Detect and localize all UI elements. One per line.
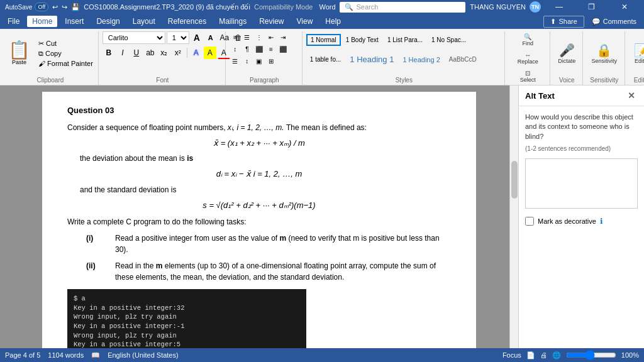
redo-icon[interactable]: ↪	[62, 3, 67, 11]
indent-decrease-button[interactable]: ⇤	[265, 31, 277, 43]
formatting-row: B I U ab x₂ x² A A A	[103, 47, 230, 59]
scrollbar-thumb[interactable]	[511, 161, 518, 199]
panel-close-button[interactable]: ✕	[625, 89, 638, 102]
grow-font-button[interactable]: A	[191, 31, 203, 44]
numbering-button[interactable]: ☰	[242, 31, 253, 43]
italic-button[interactable]: I	[116, 47, 129, 59]
deviation-formula: dᵢ = xᵢ − x̄ i = 1, 2, …, m	[67, 168, 451, 180]
font-label: Font	[103, 75, 223, 84]
align-right-button[interactable]: ⬛	[277, 43, 289, 55]
style-normal[interactable]: 1 Normal	[306, 34, 341, 46]
menu-review[interactable]: Review	[254, 16, 289, 27]
sensitivity-button[interactable]: 🔒 Sensitivity	[589, 41, 621, 66]
justify-button[interactable]: ☰	[230, 55, 241, 67]
menu-mailings[interactable]: Mailings	[214, 16, 252, 27]
view-web-icon[interactable]: 🌐	[552, 351, 561, 359]
view-print-icon[interactable]: 🖨	[540, 351, 547, 359]
shrink-font-button[interactable]: A	[204, 31, 217, 44]
share-button[interactable]: ⬆ Share	[543, 16, 584, 28]
strikethrough-button[interactable]: ab	[144, 47, 157, 59]
menu-file[interactable]: File	[3, 16, 25, 27]
bold-button[interactable]: B	[103, 47, 115, 59]
style-list-para[interactable]: 1 List Para...	[384, 34, 426, 46]
cut-icon: ✂	[38, 40, 44, 47]
document-area: Question 03 Consider a sequence of float…	[0, 85, 518, 348]
dictate-button[interactable]: 🎤 Dictate	[555, 41, 579, 66]
menu-design[interactable]: Design	[91, 16, 125, 27]
task-item-1: (i) Read a positive integer from user as…	[86, 233, 451, 255]
mark-decorative-checkbox[interactable]	[525, 217, 534, 226]
menu-references[interactable]: References	[163, 16, 211, 27]
autosave-state[interactable]: Off	[35, 3, 48, 11]
mark-decorative-label: Mark as decorative	[538, 217, 596, 225]
title-bar-left: AutoSave Off ↩ ↪ 💾 COS10008.Assignment2.…	[5, 3, 336, 11]
indent-increase-button[interactable]: ⇥	[277, 31, 289, 43]
menu-home[interactable]: Home	[27, 16, 57, 27]
align-center-button[interactable]: ≡	[265, 43, 277, 55]
status-left: Page 4 of 5 1104 words 📖 English (United…	[5, 351, 179, 359]
autosave-toggle[interactable]: AutoSave Off	[5, 3, 48, 11]
cut-button[interactable]: ✂ Cut	[36, 39, 96, 48]
multilevel-button[interactable]: ⋮	[253, 31, 265, 43]
bullets-button[interactable]: ≡	[230, 31, 241, 43]
view-read-icon[interactable]: 📄	[526, 351, 535, 359]
menu-help[interactable]: Help	[320, 16, 346, 27]
font-size-select[interactable]: 12	[167, 31, 189, 44]
info-icon[interactable]: ℹ	[600, 217, 603, 226]
find-button[interactable]: 🔍 Find	[518, 31, 538, 48]
underline-button[interactable]: U	[130, 47, 143, 59]
comments-button[interactable]: 💬 Comments	[587, 16, 641, 27]
subscript-button[interactable]: x₂	[158, 47, 170, 59]
language[interactable]: English (United States)	[108, 351, 179, 359]
save-icon[interactable]: 💾	[71, 3, 80, 11]
menu-layout[interactable]: Layout	[128, 16, 160, 27]
word-count: 1104 words	[48, 351, 84, 359]
borders-button[interactable]: ⊞	[265, 55, 277, 67]
show-marks-button[interactable]: ¶	[242, 43, 253, 55]
style-table[interactable]: 1 table fo...	[306, 53, 345, 65]
panel-description: How would you describe this object and i…	[525, 112, 638, 141]
document-scrollbar[interactable]	[509, 85, 518, 348]
panel-title: Alt Text	[525, 91, 555, 101]
title-search[interactable]: 🔍 Search	[340, 2, 465, 13]
sort-button[interactable]: ↕	[230, 43, 241, 55]
style-heading2v[interactable]: AaBbCcD	[445, 53, 480, 65]
minimize-button[interactable]: —	[545, 0, 574, 14]
compatibility-mode: Compatibility Mode	[254, 3, 313, 11]
style-heading2[interactable]: 1 Heading 2	[399, 53, 443, 66]
question-title: Question 03	[67, 104, 451, 117]
style-heading1[interactable]: 1 Heading 1	[346, 52, 397, 67]
font-name-select[interactable]: Carlito	[103, 31, 165, 44]
replace-button[interactable]: ↔ Replace	[514, 50, 541, 67]
menu-view[interactable]: View	[292, 16, 318, 27]
align-left-button[interactable]: ⬛	[253, 43, 265, 55]
highlight-button[interactable]: A	[204, 47, 216, 59]
superscript-button[interactable]: x²	[172, 47, 184, 59]
paste-button[interactable]: 📋 Paste	[5, 40, 33, 67]
zoom-slider[interactable]	[566, 350, 616, 360]
shading-button[interactable]: ▣	[253, 55, 265, 67]
copy-button[interactable]: ⧉ Copy	[36, 49, 96, 58]
select-icon: ⊡	[525, 70, 530, 77]
close-button[interactable]: ✕	[610, 0, 639, 14]
format-painter-button[interactable]: 🖌 Format Painter	[36, 59, 96, 68]
editing-group: 🔍 Find ↔ Replace ⊡ Select Editing	[506, 31, 550, 85]
style-no-space[interactable]: 1 No Spac...	[428, 34, 470, 46]
clipboard-small-buttons: ✂ Cut ⧉ Copy 🖌 Format Painter	[36, 39, 96, 68]
styles-group: 1 Normal 1 Body Text 1 List Para... 1 No…	[304, 31, 505, 85]
editor-content: 📝 Editor	[629, 31, 644, 75]
restore-button[interactable]: ❐	[577, 0, 606, 14]
line-spacing-button[interactable]: ↕	[242, 55, 253, 67]
focus-button[interactable]: Focus	[502, 351, 521, 359]
select-button[interactable]: ⊡ Select	[517, 68, 539, 85]
font-group: Carlito 12 A A Aa 🗑 B I U ab x₂ x² A A	[100, 31, 226, 85]
status-bar: Page 4 of 5 1104 words 📖 English (United…	[0, 348, 644, 362]
std-formula: s = √(d₁² + d₂² + ··· + dₘ²)(m−1)	[67, 199, 451, 212]
menu-insert[interactable]: Insert	[60, 16, 89, 27]
style-body-text[interactable]: 1 Body Text	[342, 34, 382, 46]
editor-button[interactable]: 📝 Editor	[631, 41, 644, 66]
undo-icon[interactable]: ↩	[52, 3, 58, 11]
text-effects-button[interactable]: A	[190, 47, 203, 59]
spell-check-icon[interactable]: 📖	[91, 351, 100, 359]
alt-text-textarea[interactable]	[525, 158, 638, 209]
